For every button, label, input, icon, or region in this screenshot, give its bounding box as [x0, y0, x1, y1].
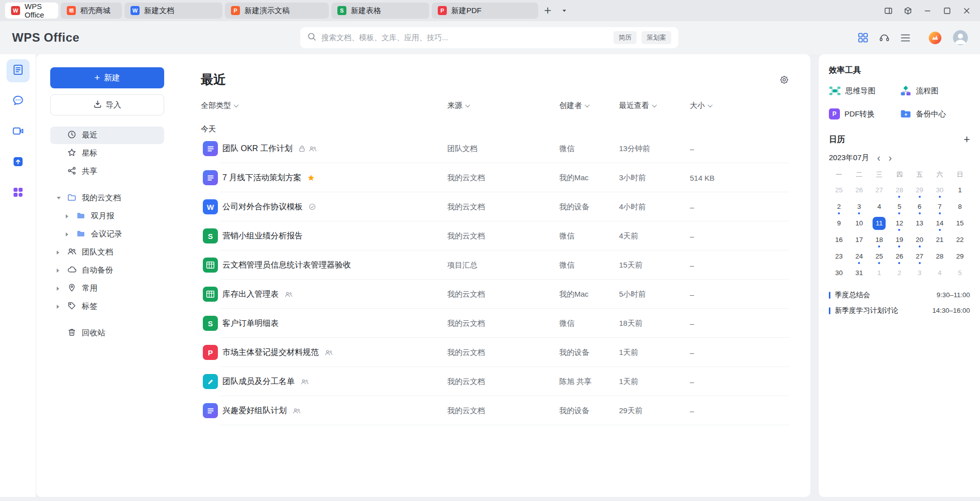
sidebar-item-starred[interactable]: 星标	[50, 145, 164, 162]
new-document-button[interactable]: + 新建	[50, 67, 164, 88]
rail-chat-button[interactable]	[7, 90, 30, 113]
calendar-day[interactable]: 30	[930, 182, 950, 198]
sidebar-item-my-cloud-docs[interactable]: 我的云文档	[50, 189, 164, 207]
calendar-day[interactable]: 19	[889, 231, 909, 248]
caret-right-icon[interactable]	[57, 269, 59, 273]
sidebar-item-team-docs[interactable]: 团队文档	[50, 243, 164, 261]
calendar-day[interactable]: 21	[930, 231, 950, 248]
calendar-day[interactable]: 12	[889, 215, 909, 231]
maximize-button[interactable]	[938, 3, 955, 19]
user-avatar[interactable]	[953, 30, 968, 45]
calendar-day[interactable]: 20	[910, 231, 930, 248]
sidebar-item-frequent[interactable]: 常用	[50, 280, 164, 297]
tool-mindmap[interactable]: 思维导图	[829, 85, 900, 97]
file-row[interactable]: W公司对外合作协议模板我的云文档我的设备4小时前–	[201, 192, 789, 221]
file-row[interactable]: S营销小组业绩分析报告我的云文档微信4天前–	[201, 221, 789, 250]
calendar-day[interactable]: 29	[910, 182, 930, 198]
calendar-day[interactable]: 29	[950, 248, 970, 265]
calendar-day[interactable]: 13	[910, 215, 930, 231]
import-button[interactable]: 导入	[50, 94, 164, 115]
filter-creator[interactable]: 创建者	[559, 101, 589, 110]
calendar-event[interactable]: 新季度学习计划讨论 14:30–16:00	[829, 303, 970, 318]
filter-all-types[interactable]: 全部类型	[201, 101, 238, 110]
sidebar-item-recent[interactable]: 最近	[50, 127, 164, 144]
calendar-day[interactable]: 27	[910, 248, 930, 265]
search-tag-resume[interactable]: 简历	[614, 31, 637, 44]
calendar-day[interactable]: 28	[889, 182, 909, 198]
calendar-day[interactable]: 17	[849, 231, 869, 248]
calendar-day[interactable]: 1	[950, 182, 970, 198]
calendar-day[interactable]: 2	[889, 265, 909, 281]
caret-right-icon[interactable]	[57, 287, 59, 291]
calendar-day[interactable]: 25	[869, 248, 889, 265]
rail-meeting-button[interactable]	[7, 120, 30, 144]
calendar-day[interactable]: 5	[950, 265, 970, 281]
caret-right-icon[interactable]	[57, 250, 59, 255]
sidebar-item-shared[interactable]: 共享	[50, 163, 164, 180]
calendar-day[interactable]: 5	[889, 198, 909, 215]
caret-right-icon[interactable]	[57, 305, 59, 309]
search-bar[interactable]: 搜索文档、模板、文库、应用、技巧... 简历 策划案	[300, 27, 678, 48]
calendar-day[interactable]: 14	[930, 215, 950, 231]
caret-right-icon[interactable]	[66, 232, 68, 236]
search-tag-plan[interactable]: 策划案	[642, 31, 671, 44]
tab-docer-mall[interactable]: 稻壳商城	[61, 3, 122, 19]
app-box-icon[interactable]	[899, 3, 916, 19]
calendar-day[interactable]: 31	[849, 265, 869, 281]
calendar-day[interactable]: 30	[829, 265, 849, 281]
new-tab-button[interactable]	[541, 4, 555, 18]
file-row[interactable]: 团队 OKR 工作计划团队文档微信13分钟前–	[201, 134, 789, 163]
apps-grid-icon[interactable]	[858, 33, 868, 43]
rail-apps-button[interactable]	[7, 182, 30, 205]
calendar-day[interactable]: 26	[849, 182, 869, 198]
calendar-day[interactable]: 6	[910, 198, 930, 215]
caret-down-icon[interactable]	[57, 197, 61, 199]
file-row[interactable]: 库存出入管理表我的云文档我的Mac5小时前–	[201, 280, 789, 309]
sidebar-item-tags[interactable]: 标签	[50, 298, 164, 315]
tab-new-document[interactable]: 新建文档	[125, 3, 222, 19]
file-row[interactable]: 团队成员及分工名单我的云文档陈旭 共享1天前–	[201, 367, 789, 396]
tool-flowchart[interactable]: 流程图	[900, 85, 970, 97]
rail-documents-button[interactable]	[7, 59, 30, 82]
support-headset-icon[interactable]	[879, 33, 890, 43]
calendar-day[interactable]: 4	[930, 265, 950, 281]
prev-month-button[interactable]: ‹	[877, 153, 881, 163]
calendar-day[interactable]: 26	[889, 248, 909, 265]
calendar-day[interactable]: 15	[950, 215, 970, 231]
tool-backup-center[interactable]: 备份中心	[900, 108, 970, 120]
sidebar-item-auto-backup[interactable]: 自动备份	[50, 262, 164, 279]
calendar-day[interactable]: 11	[869, 215, 889, 231]
file-row[interactable]: P市场主体登记提交材料规范我的云文档我的设备1天前–	[201, 338, 789, 367]
filter-last-viewed[interactable]: 最近查看	[619, 101, 656, 110]
calendar-day[interactable]: 4	[869, 198, 889, 215]
next-month-button[interactable]: ›	[889, 153, 892, 163]
filter-source[interactable]: 来源	[447, 101, 469, 110]
tab-list-caret-icon[interactable]	[557, 4, 571, 18]
tab-new-spreadsheet[interactable]: 新建表格	[331, 3, 429, 19]
calendar-day[interactable]: 8	[950, 198, 970, 215]
minimize-button[interactable]	[919, 3, 936, 19]
sidebar-item-meeting-notes[interactable]: 会议记录	[50, 225, 164, 243]
settings-gear-icon[interactable]	[779, 75, 789, 85]
menu-icon[interactable]	[901, 34, 910, 42]
file-row[interactable]: 兴趣爱好组队计划我的云文档我的设备29天前–	[201, 396, 789, 425]
caret-right-icon[interactable]	[66, 214, 68, 218]
sidebar-item-trash[interactable]: 回收站	[50, 324, 164, 342]
add-event-button[interactable]: +	[963, 134, 970, 145]
calendar-event[interactable]: 季度总结会 9:30–11:00	[829, 287, 970, 303]
calendar-day[interactable]: 28	[930, 248, 950, 265]
tab-new-presentation[interactable]: 新建演示文稿	[225, 3, 329, 19]
file-row[interactable]: 7 月线下活动策划方案我的云文档我的Mac3小时前514 KB	[201, 163, 789, 192]
split-screen-icon[interactable]	[880, 3, 897, 19]
sidebar-item-bimonthly-report[interactable]: 双月报	[50, 207, 164, 225]
calendar-day[interactable]: 3	[910, 265, 930, 281]
vip-icon[interactable]	[928, 31, 942, 45]
tab-new-pdf[interactable]: 新建PDF	[432, 3, 538, 19]
calendar-day[interactable]: 9	[829, 215, 849, 231]
calendar-day[interactable]: 24	[849, 248, 869, 265]
calendar-day[interactable]: 3	[849, 198, 869, 215]
calendar-day[interactable]: 25	[829, 182, 849, 198]
calendar-day[interactable]: 1	[869, 265, 889, 281]
close-button[interactable]	[958, 3, 975, 19]
calendar-day[interactable]: 23	[829, 248, 849, 265]
